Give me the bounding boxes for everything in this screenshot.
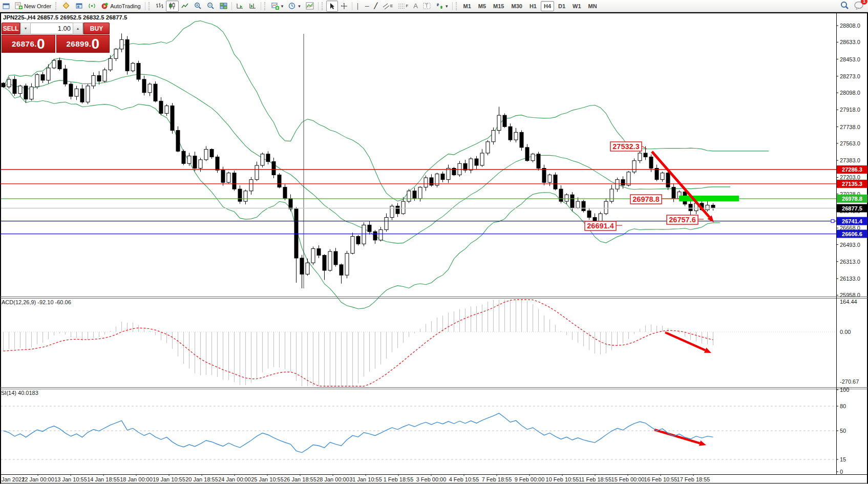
toolbar-grip: [55, 2, 58, 10]
price-annotation-26691.4: 26691.4: [585, 221, 622, 230]
svg-text:4 Feb 10:55: 4 Feb 10:55: [449, 476, 479, 482]
new-chart-icon: [271, 2, 279, 10]
data-window-button[interactable]: [73, 1, 86, 12]
svg-text:80: 80: [840, 403, 846, 409]
tile-windows-button[interactable]: [217, 1, 230, 12]
text-tool-button[interactable]: A: [411, 1, 420, 12]
autotrading-button[interactable]: AutoTrading: [98, 1, 143, 12]
toolbar-separator: [145, 2, 145, 10]
price-badge-26877.5: 26877.5: [837, 204, 867, 213]
auto-scroll-icon: [236, 2, 244, 10]
window-icon[interactable]: [0, 1, 12, 12]
line-chart-icon: [181, 2, 189, 10]
vertical-line-tool-button[interactable]: │: [354, 1, 363, 12]
stepper-down-icon: ▼: [24, 27, 28, 30]
notification-badge: 1: [861, 0, 867, 5]
volume-input[interactable]: 1.00: [31, 25, 73, 32]
toolbar-separator: [452, 2, 453, 10]
volume-increase-button[interactable]: ▲: [73, 23, 83, 34]
bar-chart-mode-button[interactable]: [153, 1, 166, 12]
svg-text:28453.0: 28453.0: [840, 56, 860, 62]
horizontal-line-icon: ─: [365, 3, 369, 9]
zoom-out-button[interactable]: [204, 1, 217, 12]
buy-price-display[interactable]: 26899.0: [56, 35, 110, 53]
timeframe-button-m1[interactable]: M1: [460, 1, 474, 11]
timeframe-toolbar: M1M5M15M30H1H4D1W1MN: [460, 1, 600, 11]
chart-canvas[interactable]: 27532.326978.826691.426757.628808.028633…: [1, 13, 867, 483]
zoom-in-button[interactable]: [192, 1, 204, 12]
svg-text:25958.0: 25958.0: [840, 292, 860, 298]
market-watch-button[interactable]: [60, 1, 73, 12]
sell-price-main: 26876.: [12, 39, 37, 48]
timeframe-button-m15[interactable]: M15: [490, 1, 507, 11]
new-chart-button[interactable]: ▾: [269, 1, 286, 12]
candlesticks: [2, 33, 715, 288]
svg-text:24 Jan 00:00: 24 Jan 00:00: [218, 476, 251, 482]
svg-text:27203.0: 27203.0: [840, 174, 860, 180]
toolbar-separator: [318, 2, 319, 10]
trend-arrow-rsi: [654, 430, 706, 446]
price-badge-26978.8: 26978.8: [837, 195, 867, 203]
auto-scroll-button[interactable]: [234, 1, 246, 12]
chart-window-icon: [3, 3, 10, 10]
chart-title: JPN225-,H4 26857.5 26952.5 26832.5 26877…: [2, 14, 128, 20]
timeframe-button-d1[interactable]: D1: [555, 1, 568, 11]
sell-price-big: 0: [37, 37, 45, 51]
price-annotation-26757.6: 26757.6: [667, 215, 704, 224]
indicators-button[interactable]: [303, 1, 316, 12]
signal-button[interactable]: [86, 1, 98, 12]
timeframe-button-mn[interactable]: MN: [585, 1, 600, 11]
line-chart-mode-button[interactable]: [179, 1, 192, 12]
candle-chart-mode-button[interactable]: [166, 1, 179, 12]
timeframe-button-w1[interactable]: W1: [569, 1, 584, 11]
crosshair-tool-button[interactable]: [338, 1, 350, 12]
svg-text:27135.3: 27135.3: [842, 181, 862, 187]
horizontal-line-tool-button[interactable]: ─: [363, 1, 372, 12]
market-watch-icon: [62, 2, 70, 10]
arrows-shapes-icon: [436, 2, 443, 10]
trendline-tool-button[interactable]: ╱: [371, 1, 380, 12]
channel-tool-button[interactable]: E: [380, 1, 395, 12]
notifications-button[interactable]: 1: [854, 1, 864, 11]
autotrading-icon: [101, 2, 109, 10]
timeframe-button-h4[interactable]: H4: [541, 1, 554, 11]
toolbar-separator: [261, 2, 261, 10]
svg-text:14 Jan 18:55: 14 Jan 18:55: [87, 476, 120, 482]
svg-text:26 Jan 18:55: 26 Jan 18:55: [284, 476, 316, 482]
svg-text:28098.0: 28098.0: [840, 90, 860, 96]
chart-shift-button[interactable]: [246, 1, 259, 12]
buy-button[interactable]: BUY: [83, 23, 110, 34]
price-annotation-27532.3: 27532.3: [610, 142, 647, 151]
svg-text:0: 0: [840, 469, 843, 475]
svg-text:18 Jan 00:00: 18 Jan 00:00: [120, 476, 153, 482]
text-label-tool-button[interactable]: T: [420, 1, 433, 12]
toolbar-separator: [231, 2, 232, 10]
svg-text:27738.0: 27738.0: [840, 124, 860, 130]
buy-price-big: 0: [91, 37, 99, 51]
sell-button[interactable]: SELL: [2, 23, 20, 34]
volume-decrease-button[interactable]: ▼: [20, 23, 31, 34]
signal-icon: [88, 2, 96, 10]
search-button[interactable]: [840, 1, 849, 11]
timeframe-button-m5[interactable]: M5: [475, 1, 489, 11]
price-badge-27286.3: 27286.3: [837, 165, 867, 174]
search-icon: [840, 1, 849, 10]
bollinger-bands: [4, 21, 769, 309]
data-window-icon: [75, 2, 83, 10]
cursor-tool-button[interactable]: [326, 1, 338, 12]
svg-text:28 Jan 00:00: 28 Jan 00:00: [316, 476, 349, 482]
svg-text:26741.4: 26741.4: [842, 218, 863, 224]
timeframe-button-h1[interactable]: H1: [526, 1, 540, 11]
sell-price-display[interactable]: 26876.0: [2, 35, 55, 53]
timeframe-button-m30[interactable]: M30: [508, 1, 525, 11]
svg-text:27563.0: 27563.0: [840, 140, 860, 146]
fibonacci-tool-button[interactable]: F: [395, 1, 411, 12]
new-order-button[interactable]: New Order: [12, 1, 54, 12]
toolbar: New Order AutoTrading ▾: [0, 0, 868, 12]
arrows-tool-button[interactable]: ▾: [433, 1, 451, 12]
new-order-label: New Order: [24, 3, 51, 9]
svg-text:25 Jan 10:55: 25 Jan 10:55: [251, 476, 284, 482]
svg-text:27918.0: 27918.0: [840, 107, 860, 113]
svg-text:26691.4: 26691.4: [587, 222, 613, 230]
period-dropdown-button[interactable]: ▾: [286, 1, 303, 12]
